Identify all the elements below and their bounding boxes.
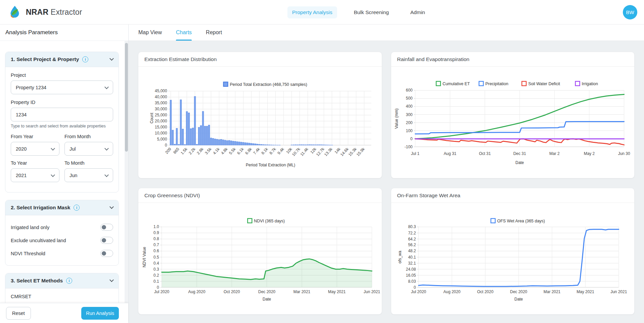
chevron-down-icon — [109, 205, 114, 209]
app-brand[interactable]: NRAR Extractor — [8, 0, 82, 24]
section-et-methods-header[interactable]: 3. Select ET Methods i — [5, 273, 119, 288]
nav-admin[interactable]: Admin — [406, 6, 430, 18]
project-select[interactable]: Property 1234 — [11, 80, 113, 94]
svg-text:7.4k: 7.4k — [252, 147, 261, 155]
svg-text:Aug 2020: Aug 2020 — [443, 290, 460, 294]
svg-text:40,000: 40,000 — [155, 95, 167, 99]
info-icon[interactable]: i — [74, 205, 80, 211]
cmrset-label: CMRSET — [11, 294, 113, 299]
svg-text:Dec 2020: Dec 2020 — [258, 290, 275, 294]
section-irrigation-header[interactable]: 2. Select Irrigation Mask i — [5, 200, 119, 215]
chart-title: Extraction Estimate Distribution — [138, 52, 382, 67]
nav-bulk-screening[interactable]: Bulk Screening — [349, 6, 394, 18]
property-id-input[interactable] — [11, 108, 113, 121]
svg-text:2.8k: 2.8k — [196, 147, 204, 155]
chevron-down-icon — [51, 146, 55, 151]
svg-text:Mar 2021: Mar 2021 — [543, 290, 560, 294]
chevron-down-icon — [51, 173, 55, 177]
sidebar-scrollbar-track[interactable] — [125, 41, 128, 303]
svg-text:Cumulative ET: Cumulative ET — [442, 82, 470, 86]
chart-title: On-Farm Storage Wet Area — [391, 188, 635, 203]
svg-text:Jun 2021: Jun 2021 — [364, 290, 380, 294]
ndvi-threshold-toggle[interactable] — [100, 250, 113, 257]
svg-text:32.1: 32.1 — [408, 261, 416, 266]
svg-text:8.03: 8.03 — [408, 279, 416, 284]
user-avatar[interactable]: BW — [623, 5, 637, 19]
tab-map-view[interactable]: Map View — [138, 24, 162, 41]
svg-text:300: 300 — [406, 112, 412, 117]
to-year-label: To Year — [11, 160, 59, 166]
svg-text:Aug 2020: Aug 2020 — [188, 290, 205, 294]
svg-text:865: 865 — [172, 147, 180, 155]
svg-text:1.5k: 1.5k — [180, 147, 188, 155]
svg-text:Count: Count — [149, 112, 154, 123]
section-et-methods-title: 3. Select ET Methods — [11, 278, 63, 284]
tab-report[interactable]: Report — [206, 24, 222, 41]
chevron-down-icon — [104, 85, 109, 89]
info-icon[interactable]: i — [82, 56, 88, 62]
property-id-hint: Type to search and select from available… — [11, 124, 113, 128]
svg-text:200: 200 — [406, 120, 412, 125]
to-month-select[interactable]: Jun — [64, 168, 113, 182]
svg-text:OFS Wet Area (365 days): OFS Wet Area (365 days) — [497, 219, 545, 223]
chart-title: Crop Greenness (NDVI) — [138, 188, 382, 203]
irrigated-land-toggle[interactable] — [100, 224, 113, 231]
svg-text:Precipitation: Precipitation — [485, 82, 508, 86]
chevron-down-icon — [109, 56, 114, 61]
sidebar-action-bar: Reset Run Analysis — [0, 303, 128, 323]
to-year-select[interactable]: 2021 — [11, 168, 59, 182]
nav-property-analysis[interactable]: Property Analysis — [287, 6, 337, 18]
svg-text:Soil Water Deficit: Soil Water Deficit — [528, 82, 560, 86]
toggle-row-ndvi-threshold: NDVI Threshold — [11, 247, 113, 260]
svg-text:Aug 31: Aug 31 — [444, 151, 456, 156]
svg-text:16.05: 16.05 — [406, 273, 416, 278]
sidebar-scrollbar-thumb[interactable] — [125, 43, 128, 152]
view-tabs: Map View Charts Report — [129, 24, 644, 41]
svg-text:14.6k: 14.6k — [339, 147, 350, 157]
chevron-down-icon — [109, 278, 114, 282]
chart-card-ofs-wet-area: On-Farm Storage Wet Area 08.0316.0524.08… — [391, 188, 635, 315]
toggle-row-exclude-uncultivated: Exclude uncultivated land — [11, 234, 113, 247]
to-year-value: 2021 — [16, 173, 51, 178]
svg-text:Jul 2020: Jul 2020 — [411, 290, 426, 294]
svg-text:72.2: 72.2 — [408, 231, 416, 235]
svg-text:May 2: May 2 — [584, 151, 595, 156]
section-project-property: 1. Select Project & Property i Project P… — [5, 52, 119, 193]
run-analysis-button[interactable]: Run Analysis — [81, 307, 119, 320]
section-project-header[interactable]: 1. Select Project & Property i — [5, 52, 119, 67]
svg-text:10,000: 10,000 — [155, 131, 167, 136]
svg-text:NDVI (365 days): NDVI (365 days) — [254, 219, 285, 223]
svg-text:May 2021: May 2021 — [328, 290, 346, 294]
sidebar-sections: 1. Select Project & Property i Project P… — [0, 41, 128, 303]
reset-button[interactable]: Reset — [6, 307, 31, 320]
svg-text:0.7: 0.7 — [153, 243, 159, 247]
svg-text:25,000: 25,000 — [155, 113, 167, 117]
svg-text:5,000: 5,000 — [157, 137, 167, 142]
tab-charts[interactable]: Charts — [176, 24, 192, 41]
svg-text:Mar 2021: Mar 2021 — [293, 290, 311, 294]
sidebar-title: Analysis Parameters — [0, 24, 128, 41]
svg-text:8.1k: 8.1k — [260, 147, 269, 155]
svg-text:6.8k: 6.8k — [244, 147, 253, 155]
svg-text:30,000: 30,000 — [155, 107, 167, 111]
property-id-label: Property ID — [11, 100, 113, 105]
from-month-label: From Month — [64, 134, 113, 139]
svg-text:0.3: 0.3 — [153, 267, 159, 272]
from-month-select[interactable]: Jul — [64, 142, 113, 156]
svg-text:15.9k: 15.9k — [356, 147, 366, 157]
svg-text:56.2: 56.2 — [408, 243, 416, 248]
svg-text:Date: Date — [263, 297, 271, 302]
info-icon[interactable]: i — [66, 278, 72, 284]
exclude-uncultivated-toggle[interactable] — [100, 237, 113, 244]
to-month-value: Jun — [70, 173, 105, 178]
svg-text:45,000: 45,000 — [155, 89, 167, 93]
project-label: Project — [11, 72, 113, 78]
svg-text:Oct 31: Oct 31 — [479, 151, 491, 156]
analysis-sidebar: Analysis Parameters 1. Select Project & … — [0, 24, 129, 323]
svg-text:0.9: 0.9 — [153, 230, 159, 235]
rainfall-et-chart: -1000100200300400500600Jul 1Aug 31Oct 31… — [391, 67, 635, 178]
from-year-select[interactable]: 2020 — [11, 142, 59, 156]
chevron-down-icon — [104, 146, 109, 151]
svg-text:Irrigation: Irrigation — [582, 82, 598, 86]
svg-text:24.08: 24.08 — [406, 267, 416, 272]
